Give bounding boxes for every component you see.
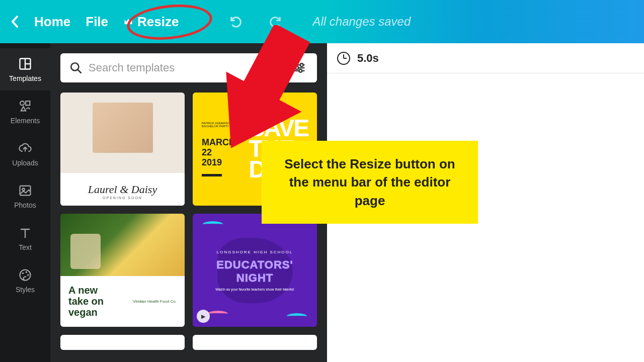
top-menu-bar: Home File Resize All changes saved	[0, 0, 644, 43]
sidebar-item-styles[interactable]: Styles	[0, 259, 50, 302]
svg-point-8	[22, 273, 24, 275]
resize-button[interactable]: Resize	[123, 14, 179, 30]
crown-icon	[123, 17, 133, 27]
search-icon	[69, 61, 83, 74]
svg-point-9	[26, 271, 28, 273]
svg-point-18	[299, 69, 302, 72]
back-button[interactable]	[10, 15, 19, 29]
save-status: All changes saved	[312, 15, 411, 29]
search-box[interactable]	[60, 53, 277, 82]
svg-point-16	[295, 66, 298, 69]
redo-button[interactable]	[263, 15, 287, 29]
svg-point-14	[300, 63, 303, 66]
template-card[interactable]	[60, 335, 185, 350]
annotation-callout: Select the Resize button on the menu bar…	[262, 141, 478, 224]
filter-button[interactable]	[282, 53, 317, 82]
template-card[interactable]: Laurel & Daisy OPENING SOON	[60, 93, 185, 206]
side-rail: Templates Elements Uploads Photos Text	[0, 43, 50, 362]
template-card[interactable]: LONGSHORE HIGH SCHOOL EDUCATORS' NIGHT W…	[193, 214, 317, 327]
sidebar-label: Uploads	[12, 159, 38, 167]
text-icon	[18, 225, 33, 240]
templates-icon	[18, 56, 33, 71]
sidebar-label: Text	[19, 243, 32, 251]
sidebar-label: Templates	[9, 74, 41, 82]
svg-point-6	[22, 188, 25, 191]
template-card[interactable]	[193, 335, 317, 350]
styles-icon	[18, 267, 33, 283]
sidebar-label: Elements	[11, 117, 40, 125]
canvas-toolbar: 5.0s	[327, 43, 644, 73]
sidebar-item-photos[interactable]: Photos	[0, 175, 50, 217]
sidebar-label: Photos	[14, 201, 36, 209]
svg-rect-4	[26, 101, 30, 105]
photos-icon	[18, 183, 33, 198]
undo-button[interactable]	[224, 15, 248, 29]
resize-label: Resize	[137, 14, 179, 30]
search-input[interactable]	[89, 61, 268, 74]
uploads-icon	[18, 141, 33, 156]
elements-icon	[18, 99, 33, 114]
duration-button[interactable]: 5.0s	[357, 52, 379, 65]
sliders-icon	[292, 61, 306, 75]
template-card[interactable]: A newtake onvegan Viridian Health Food C…	[60, 214, 185, 327]
sidebar-label: Styles	[16, 286, 35, 294]
play-icon: ▶	[197, 310, 210, 323]
sidebar-item-uploads[interactable]: Uploads	[0, 133, 50, 175]
svg-point-3	[20, 101, 24, 105]
svg-point-10	[27, 274, 29, 276]
sidebar-item-templates[interactable]: Templates	[0, 48, 50, 90]
file-menu[interactable]: File	[86, 14, 108, 30]
template-title: Laurel & Daisy	[88, 183, 157, 196]
sidebar-item-elements[interactable]: Elements	[0, 90, 50, 133]
template-sub: OPENING SOON	[103, 196, 142, 200]
svg-line-12	[77, 69, 81, 73]
home-button[interactable]: Home	[34, 14, 70, 30]
sidebar-item-text[interactable]: Text	[0, 217, 50, 259]
clock-icon	[337, 52, 350, 65]
